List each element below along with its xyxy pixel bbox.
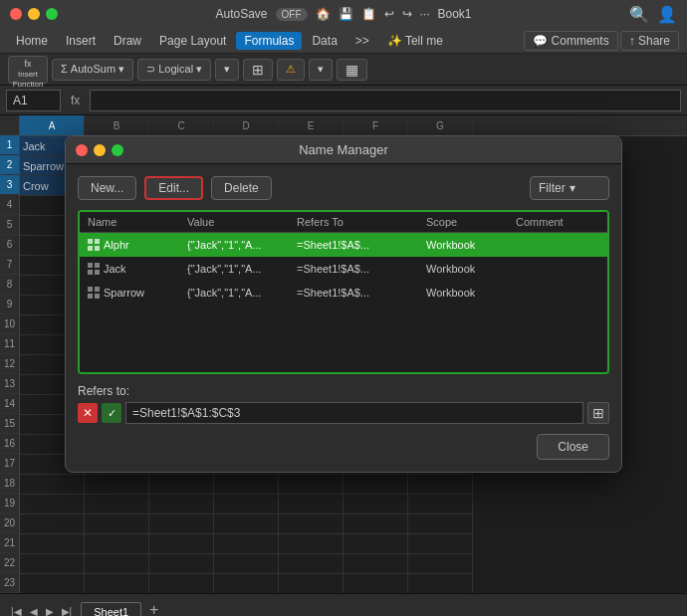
cell-refers-jack: =Sheet1!$A$...: [289, 263, 418, 275]
refers-confirm-button[interactable]: ✓: [102, 403, 121, 423]
formula-input[interactable]: [90, 90, 681, 111]
dialog-traffic-lights: [76, 144, 123, 156]
sheet-tab-sheet1[interactable]: Sheet1: [81, 602, 141, 616]
col-scope-header: Scope: [418, 212, 508, 232]
nav-prev-icon[interactable]: ◀: [27, 604, 41, 616]
refers-expand-button[interactable]: ⊞: [587, 402, 609, 424]
svg-rect-6: [88, 270, 93, 275]
cell-scope-sparrow: Workbook: [418, 287, 508, 299]
menu-tell-me[interactable]: ✨ Tell me: [379, 32, 451, 50]
sheet-nav-arrows: |◀ ◀ ▶ ▶|: [8, 604, 75, 616]
cell-scope-alphr: Workbook: [418, 239, 508, 251]
grid-icon: [88, 239, 100, 251]
cell-name-sparrow: Sparrow: [80, 287, 179, 299]
title-bar-center: AutoSave OFF 🏠 💾 📋 ↩ ↪ ··· Book1: [215, 7, 471, 21]
formula-tools-btn[interactable]: ⊞: [243, 59, 273, 81]
nav-next-icon[interactable]: ▶: [43, 604, 57, 616]
new-name-button[interactable]: New...: [78, 176, 136, 200]
more-icon: ···: [420, 7, 430, 21]
share-button[interactable]: ↑ Share: [620, 31, 679, 51]
menu-home[interactable]: Home: [8, 32, 56, 50]
formula-bar: fx: [0, 86, 687, 115]
add-sheet-button[interactable]: +: [143, 601, 164, 616]
table-row[interactable]: Jack {"Jack","1","A... =Sheet1!$A$... Wo…: [80, 257, 607, 281]
menu-insert[interactable]: Insert: [58, 32, 104, 50]
svg-rect-11: [95, 294, 100, 299]
close-window-button[interactable]: [10, 8, 22, 20]
dialog-max-btn[interactable]: [112, 144, 123, 156]
cell-value-sparrow: {"Jack","1","A...: [179, 287, 289, 299]
dialog-close-btn[interactable]: [76, 144, 88, 156]
table-row[interactable]: Alphr {"Jack","1","A... =Sheet1!$A$... W…: [80, 233, 607, 257]
dropdown1-btn[interactable]: ▾: [215, 59, 239, 81]
autosave-toggle[interactable]: OFF: [276, 8, 308, 21]
autosave-label: AutoSave: [215, 7, 267, 21]
name-manager-dialog: Name Manager New... Edit... Delete Filte…: [65, 135, 622, 473]
menu-more[interactable]: >>: [347, 32, 377, 50]
filter-dropdown[interactable]: Filter ▾: [530, 176, 609, 200]
comments-button[interactable]: 💬 Comments: [524, 31, 617, 51]
copy-icon: 📋: [361, 7, 376, 21]
table-header: Name Value Refers To Scope Comment: [80, 212, 607, 233]
svg-rect-1: [95, 239, 100, 244]
refers-input-row: ✕ ✓ ⊞: [78, 402, 609, 424]
nav-first-icon[interactable]: |◀: [8, 604, 25, 616]
cell-value-jack: {"Jack","1","A...: [179, 263, 289, 275]
dialog-title-bar: Name Manager: [66, 136, 621, 164]
minimize-window-button[interactable]: [28, 8, 40, 20]
dialog-footer: Close: [78, 434, 609, 460]
refers-to-label: Refers to:: [78, 384, 609, 398]
col-comment-header: Comment: [508, 212, 607, 232]
close-dialog-button[interactable]: Close: [537, 434, 609, 460]
svg-rect-9: [95, 287, 100, 292]
redo-icon[interactable]: ↪: [402, 7, 412, 21]
col-value-header: Value: [179, 212, 289, 232]
undo-icon[interactable]: ↩: [384, 7, 394, 21]
refers-to-input[interactable]: [125, 402, 583, 424]
account-icon[interactable]: 👤: [657, 5, 677, 24]
cell-name-alphr: Alphr: [80, 239, 179, 251]
title-bar: AutoSave OFF 🏠 💾 📋 ↩ ↪ ··· Book1 🔍 👤: [0, 0, 687, 28]
cell-reference-input[interactable]: [6, 90, 61, 111]
dialog-title: Name Manager: [299, 142, 388, 157]
cell-refers-alphr: =Sheet1!$A$...: [289, 239, 418, 251]
insert-function-btn[interactable]: fx Insert Function: [8, 56, 48, 84]
dialog-overlay: Name Manager New... Edit... Delete Filte…: [0, 115, 687, 593]
refers-to-section: Refers to: ✕ ✓ ⊞: [78, 384, 609, 424]
autosum-btn[interactable]: Σ AutoSum ▾: [52, 59, 133, 81]
svg-rect-3: [95, 246, 100, 251]
svg-rect-4: [88, 263, 93, 268]
search-icon[interactable]: 🔍: [629, 5, 649, 24]
warning-btn[interactable]: ⚠: [277, 59, 305, 81]
cell-scope-jack: Workbook: [418, 263, 508, 275]
menu-page-layout[interactable]: Page Layout: [151, 32, 234, 50]
nav-last-icon[interactable]: ▶|: [59, 604, 76, 616]
home-icon: 🏠: [316, 7, 331, 21]
svg-rect-5: [95, 263, 100, 268]
dropdown2-btn[interactable]: ▾: [309, 59, 333, 81]
menu-data[interactable]: Data: [304, 32, 344, 50]
menu-formulas[interactable]: Formulas: [236, 32, 302, 50]
logical-btn[interactable]: ⊃ Logical ▾: [137, 59, 211, 81]
col-refers-header: Refers To: [289, 212, 418, 232]
svg-rect-2: [88, 246, 93, 251]
svg-rect-10: [88, 294, 93, 299]
dialog-min-btn[interactable]: [94, 144, 106, 156]
filter-label: Filter: [539, 181, 566, 195]
table-row[interactable]: Sparrow {"Jack","1","A... =Sheet1!$A$...…: [80, 281, 607, 305]
menu-bar: Home Insert Draw Page Layout Formulas Da…: [0, 28, 687, 54]
sheet-tabs: |◀ ◀ ▶ ▶| Sheet1 +: [0, 593, 687, 616]
save-icon: 💾: [339, 7, 353, 21]
cell-value-alphr: {"Jack","1","A...: [179, 239, 289, 251]
dialog-toolbar: New... Edit... Delete Filter ▾: [78, 176, 609, 200]
main-area: 1 2 3 4 5 6 7 8 9 10 11 12 13 14 15 16 1…: [0, 115, 687, 593]
delete-name-button[interactable]: Delete: [211, 176, 272, 200]
refers-cancel-button[interactable]: ✕: [78, 403, 98, 423]
edit-name-button[interactable]: Edit...: [144, 176, 203, 200]
grid-btn[interactable]: ▦: [337, 59, 367, 81]
maximize-window-button[interactable]: [46, 8, 58, 20]
cell-refers-sparrow: =Sheet1!$A$...: [289, 287, 418, 299]
col-name-header: Name: [80, 212, 179, 232]
name-table: Name Value Refers To Scope Comment: [78, 210, 609, 374]
menu-draw[interactable]: Draw: [106, 32, 149, 50]
